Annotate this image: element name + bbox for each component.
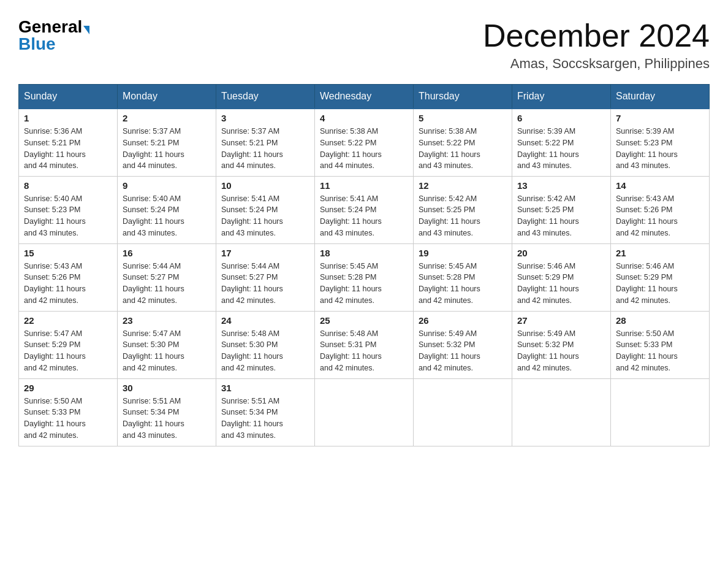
- day-number: 7: [616, 113, 704, 123]
- calendar-day-cell: 17Sunrise: 5:44 AMSunset: 5:27 PMDayligh…: [216, 243, 315, 311]
- day-number: 28: [616, 315, 704, 326]
- day-info: Sunrise: 5:45 AMSunset: 5:28 PMDaylight:…: [320, 261, 408, 307]
- logo-top-line: General: [18, 18, 89, 36]
- day-info: Sunrise: 5:51 AMSunset: 5:34 PMDaylight:…: [123, 396, 211, 442]
- calendar-day-cell: 13Sunrise: 5:42 AMSunset: 5:25 PMDayligh…: [512, 176, 611, 243]
- day-info: Sunrise: 5:43 AMSunset: 5:26 PMDaylight:…: [616, 193, 704, 239]
- day-number: 27: [517, 315, 605, 326]
- calendar-day-cell: 31Sunrise: 5:51 AMSunset: 5:34 PMDayligh…: [216, 378, 315, 446]
- day-number: 31: [221, 383, 309, 393]
- calendar-day-cell: 9Sunrise: 5:40 AMSunset: 5:24 PMDaylight…: [118, 176, 216, 243]
- calendar-day-cell: 22Sunrise: 5:47 AMSunset: 5:29 PMDayligh…: [19, 311, 118, 378]
- day-number: 18: [320, 248, 408, 258]
- day-number: 6: [517, 113, 605, 123]
- day-info: Sunrise: 5:36 AMSunset: 5:21 PMDaylight:…: [24, 126, 112, 172]
- day-info: Sunrise: 5:44 AMSunset: 5:27 PMDaylight:…: [221, 261, 309, 307]
- logo-blue-text: Blue: [18, 36, 56, 53]
- day-info: Sunrise: 5:38 AMSunset: 5:22 PMDaylight:…: [320, 126, 408, 172]
- logo-triangle-icon: [83, 26, 89, 34]
- day-info: Sunrise: 5:49 AMSunset: 5:32 PMDaylight:…: [419, 328, 507, 374]
- day-number: 25: [320, 315, 408, 326]
- calendar-day-cell: 10Sunrise: 5:41 AMSunset: 5:24 PMDayligh…: [216, 176, 315, 243]
- calendar-day-cell: 25Sunrise: 5:48 AMSunset: 5:31 PMDayligh…: [315, 311, 414, 378]
- calendar-day-header-tuesday: Tuesday: [216, 85, 315, 109]
- calendar-day-cell: 26Sunrise: 5:49 AMSunset: 5:32 PMDayligh…: [414, 311, 512, 378]
- day-info: Sunrise: 5:38 AMSunset: 5:22 PMDaylight:…: [419, 126, 507, 172]
- calendar-week-row: 29Sunrise: 5:50 AMSunset: 5:33 PMDayligh…: [19, 378, 710, 446]
- day-info: Sunrise: 5:39 AMSunset: 5:23 PMDaylight:…: [616, 126, 704, 172]
- calendar-day-cell: 11Sunrise: 5:41 AMSunset: 5:24 PMDayligh…: [315, 176, 414, 243]
- day-number: 17: [221, 248, 309, 258]
- day-info: Sunrise: 5:50 AMSunset: 5:33 PMDaylight:…: [616, 328, 704, 374]
- day-info: Sunrise: 5:43 AMSunset: 5:26 PMDaylight:…: [24, 261, 112, 307]
- day-number: 19: [419, 248, 507, 258]
- calendar-day-header-friday: Friday: [512, 85, 611, 109]
- calendar-day-cell: 21Sunrise: 5:46 AMSunset: 5:29 PMDayligh…: [611, 243, 710, 311]
- calendar-day-cell: 15Sunrise: 5:43 AMSunset: 5:26 PMDayligh…: [19, 243, 118, 311]
- calendar-week-row: 1Sunrise: 5:36 AMSunset: 5:21 PMDaylight…: [19, 109, 710, 176]
- day-number: 16: [123, 248, 211, 258]
- day-number: 3: [221, 113, 309, 123]
- calendar-day-header-saturday: Saturday: [611, 85, 710, 109]
- day-info: Sunrise: 5:42 AMSunset: 5:25 PMDaylight:…: [419, 193, 507, 239]
- calendar-day-cell: 29Sunrise: 5:50 AMSunset: 5:33 PMDayligh…: [19, 378, 118, 446]
- calendar-day-header-monday: Monday: [118, 85, 216, 109]
- day-info: Sunrise: 5:47 AMSunset: 5:29 PMDaylight:…: [24, 328, 112, 374]
- calendar-day-cell: 23Sunrise: 5:47 AMSunset: 5:30 PMDayligh…: [118, 311, 216, 378]
- calendar-day-cell: 2Sunrise: 5:37 AMSunset: 5:21 PMDaylight…: [118, 109, 216, 176]
- day-info: Sunrise: 5:47 AMSunset: 5:30 PMDaylight:…: [123, 328, 211, 374]
- calendar-day-cell: 19Sunrise: 5:45 AMSunset: 5:28 PMDayligh…: [414, 243, 512, 311]
- day-info: Sunrise: 5:48 AMSunset: 5:31 PMDaylight:…: [320, 328, 408, 374]
- day-info: Sunrise: 5:41 AMSunset: 5:24 PMDaylight:…: [221, 193, 309, 239]
- day-info: Sunrise: 5:40 AMSunset: 5:24 PMDaylight:…: [123, 193, 211, 239]
- calendar-week-row: 15Sunrise: 5:43 AMSunset: 5:26 PMDayligh…: [19, 243, 710, 311]
- calendar-day-header-wednesday: Wednesday: [315, 85, 414, 109]
- day-info: Sunrise: 5:44 AMSunset: 5:27 PMDaylight:…: [123, 261, 211, 307]
- calendar-day-cell: 24Sunrise: 5:48 AMSunset: 5:30 PMDayligh…: [216, 311, 315, 378]
- day-info: Sunrise: 5:51 AMSunset: 5:34 PMDaylight:…: [221, 396, 309, 442]
- day-number: 15: [24, 248, 112, 258]
- day-info: Sunrise: 5:39 AMSunset: 5:22 PMDaylight:…: [517, 126, 605, 172]
- day-number: 26: [419, 315, 507, 326]
- day-number: 2: [123, 113, 211, 123]
- title-area: December 2024 Amas, Soccsksargen, Philip…: [483, 18, 710, 72]
- calendar-day-cell: 7Sunrise: 5:39 AMSunset: 5:23 PMDaylight…: [611, 109, 710, 176]
- day-number: 22: [24, 315, 112, 326]
- logo-general-text: General: [18, 17, 82, 36]
- calendar-day-cell: 27Sunrise: 5:49 AMSunset: 5:32 PMDayligh…: [512, 311, 611, 378]
- day-number: 10: [221, 180, 309, 191]
- day-info: Sunrise: 5:46 AMSunset: 5:29 PMDaylight:…: [517, 261, 605, 307]
- day-number: 13: [517, 180, 605, 191]
- day-number: 5: [419, 113, 507, 123]
- day-info: Sunrise: 5:49 AMSunset: 5:32 PMDaylight:…: [517, 328, 605, 374]
- day-info: Sunrise: 5:41 AMSunset: 5:24 PMDaylight:…: [320, 193, 408, 239]
- day-number: 20: [517, 248, 605, 258]
- day-info: Sunrise: 5:37 AMSunset: 5:21 PMDaylight:…: [221, 126, 309, 172]
- day-number: 21: [616, 248, 704, 258]
- day-number: 4: [320, 113, 408, 123]
- calendar-day-cell: [315, 378, 414, 446]
- calendar-day-cell: 16Sunrise: 5:44 AMSunset: 5:27 PMDayligh…: [118, 243, 216, 311]
- day-number: 29: [24, 383, 112, 393]
- calendar-day-cell: 18Sunrise: 5:45 AMSunset: 5:28 PMDayligh…: [315, 243, 414, 311]
- day-number: 14: [616, 180, 704, 191]
- day-info: Sunrise: 5:42 AMSunset: 5:25 PMDaylight:…: [517, 193, 605, 239]
- day-info: Sunrise: 5:48 AMSunset: 5:30 PMDaylight:…: [221, 328, 309, 374]
- calendar-day-cell: 3Sunrise: 5:37 AMSunset: 5:21 PMDaylight…: [216, 109, 315, 176]
- calendar-day-cell: [414, 378, 512, 446]
- calendar-day-cell: 12Sunrise: 5:42 AMSunset: 5:25 PMDayligh…: [414, 176, 512, 243]
- day-number: 1: [24, 113, 112, 123]
- calendar-day-cell: 20Sunrise: 5:46 AMSunset: 5:29 PMDayligh…: [512, 243, 611, 311]
- calendar-day-header-thursday: Thursday: [414, 85, 512, 109]
- logo: General Blue: [18, 18, 89, 53]
- day-info: Sunrise: 5:37 AMSunset: 5:21 PMDaylight:…: [123, 126, 211, 172]
- calendar-day-cell: 5Sunrise: 5:38 AMSunset: 5:22 PMDaylight…: [414, 109, 512, 176]
- calendar-day-cell: 8Sunrise: 5:40 AMSunset: 5:23 PMDaylight…: [19, 176, 118, 243]
- day-info: Sunrise: 5:46 AMSunset: 5:29 PMDaylight:…: [616, 261, 704, 307]
- calendar-day-cell: 30Sunrise: 5:51 AMSunset: 5:34 PMDayligh…: [118, 378, 216, 446]
- day-info: Sunrise: 5:50 AMSunset: 5:33 PMDaylight:…: [24, 396, 112, 442]
- page-header: General Blue December 2024 Amas, Soccsks…: [18, 18, 710, 72]
- day-number: 24: [221, 315, 309, 326]
- day-number: 11: [320, 180, 408, 191]
- calendar-day-cell: [512, 378, 611, 446]
